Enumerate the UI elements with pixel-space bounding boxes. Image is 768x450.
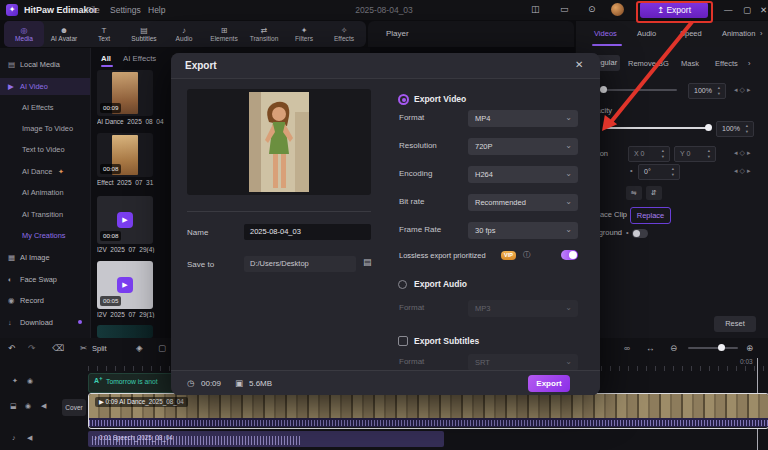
lossless-toggle[interactable] <box>561 250 578 260</box>
subtabs-more-chevron-icon[interactable]: › <box>748 59 751 68</box>
keyframe-next-icon[interactable]: ▸ <box>747 167 753 174</box>
audio-track-mute-icon[interactable]: ◀ <box>27 434 32 442</box>
video-track-visibility-icon[interactable]: ◉ <box>25 402 31 410</box>
save-to-input[interactable]: D:/Users/Desktop <box>244 256 356 272</box>
sidebar-item-my-creations[interactable]: My Creations <box>0 227 90 244</box>
cover-button[interactable]: Cover <box>62 399 86 416</box>
stepper-icons[interactable]: ▴▾ <box>706 148 712 160</box>
split-label[interactable]: Split <box>92 344 107 353</box>
flip-horizontal-button[interactable]: ⇋ <box>626 186 642 200</box>
stepper-icons[interactable]: ▴▾ <box>670 166 676 178</box>
stepper-icons[interactable]: ▴▾ <box>716 85 722 97</box>
sidebar-item-ai-dance[interactable]: AI Dance ✦ <box>0 163 90 180</box>
sidebar-item-ai-transition[interactable]: AI Transition <box>0 206 90 223</box>
scale-slider-knob[interactable] <box>600 86 607 93</box>
media-item-thumbnail[interactable]: 00:09 <box>97 70 153 116</box>
resolution-dropdown[interactable]: 720P⌄ <box>468 138 578 155</box>
timeline-zoom-knob[interactable] <box>718 344 725 351</box>
menu-help[interactable]: Help <box>148 5 165 15</box>
rotate-keyframe-controls[interactable]: ◂◇▸ <box>734 167 752 175</box>
info-icon[interactable]: ⓘ <box>523 250 531 260</box>
close-button[interactable]: ✕ <box>760 5 767 15</box>
sidebar-item-text-to-video[interactable]: Text to Video <box>0 141 90 158</box>
audio-clip[interactable]: ♪ 0:01 Speech_2025_08_04 <box>88 431 444 447</box>
tab-ai-avatar[interactable]: ☻ AI Avatar <box>44 21 84 47</box>
export-subtitles-checkbox[interactable] <box>398 336 408 346</box>
format-dropdown[interactable]: MP4⌄ <box>468 110 578 127</box>
stepper-icons[interactable]: ▴▾ <box>744 123 750 135</box>
tab-animation[interactable]: Animation <box>722 29 755 38</box>
media-item-thumbnail-partial[interactable] <box>97 325 153 338</box>
background-toggle[interactable] <box>632 229 648 238</box>
tab-effects[interactable]: ✧ Effects <box>324 21 364 47</box>
flip-vertical-button[interactable]: ⇵ <box>646 186 662 200</box>
export-audio-radio[interactable] <box>398 280 407 289</box>
menu-file[interactable]: File <box>86 5 100 15</box>
sidebar-item-record[interactable]: ◉ Record <box>0 292 90 309</box>
dialog-close-icon[interactable]: ✕ <box>575 59 583 70</box>
opacity-value-box[interactable]: 100% ▴▾ <box>716 121 754 137</box>
scale-keyframe-controls[interactable]: ◂◇▸ <box>734 86 752 94</box>
layout-icon[interactable]: ◫ <box>531 4 540 14</box>
zoom-in-icon[interactable]: ⊕ <box>746 343 753 353</box>
frame-icon[interactable]: ▢ <box>158 343 166 353</box>
audio-track-icon[interactable]: ♪ <box>12 434 16 441</box>
subtab-mask[interactable]: Mask <box>681 59 699 68</box>
redo-icon[interactable]: ↷ <box>28 343 35 353</box>
opacity-slider-knob[interactable] <box>705 124 712 131</box>
position-y-box[interactable]: Y 0 ▴▾ <box>674 146 716 162</box>
rotate-value-box[interactable]: 0° ▴▾ <box>638 164 680 180</box>
minimize-button[interactable]: — <box>724 5 733 15</box>
media-item-thumbnail[interactable]: 00:08 <box>97 133 153 177</box>
scale-value-box[interactable]: 100% ▴▾ <box>688 83 726 99</box>
tab-videos[interactable]: Videos <box>594 29 617 38</box>
keyframe-next-icon[interactable]: ▸ <box>747 86 753 93</box>
split-scissors-icon[interactable]: ✂ <box>80 343 87 353</box>
feedback-icon[interactable]: ▭ <box>560 4 569 14</box>
keyframe-diamond-icon[interactable]: ◇ <box>740 149 747 156</box>
stepper-icons[interactable]: ▴▾ <box>660 148 666 160</box>
video-clip[interactable]: ▶ 0:09 AI Dance_2025_08_04 <box>88 393 768 429</box>
sidebar-item-ai-video[interactable]: ▶ AI Video <box>0 78 90 95</box>
link-clips-icon[interactable]: ∞ <box>624 343 630 353</box>
bitrate-dropdown[interactable]: Recommended⌄ <box>468 194 578 211</box>
video-track-mute-icon[interactable]: ◀ <box>41 402 46 410</box>
user-avatar[interactable] <box>611 3 624 16</box>
tab-transition[interactable]: ⇄ Transition <box>244 21 284 47</box>
tab-audio-props[interactable]: Audio <box>637 29 656 38</box>
tab-elements[interactable]: ⊞ Elements <box>204 21 244 47</box>
position-x-box[interactable]: X 0 ▴▾ <box>628 146 670 162</box>
timeline-zoom-slider[interactable] <box>688 347 738 349</box>
tab-text[interactable]: T Text <box>84 21 124 47</box>
text-track-effects-icon[interactable]: ✦ <box>12 377 18 385</box>
subtab-remove-bg[interactable]: Remove BG <box>628 59 669 68</box>
undo-icon[interactable]: ↶ <box>8 343 15 353</box>
subtab-effects[interactable]: Effects <box>715 59 738 68</box>
fit-timeline-icon[interactable]: ↔ <box>646 343 655 353</box>
keyframe-next-icon[interactable]: ▸ <box>747 149 753 156</box>
zoom-out-icon[interactable]: ⊖ <box>670 343 677 353</box>
maximize-button[interactable]: ▢ <box>743 5 751 15</box>
sidebar-item-ai-image[interactable]: ▦ AI Image <box>0 249 90 266</box>
sidebar-item-face-swap[interactable]: ◐ Face Swap <box>0 271 90 288</box>
encoding-dropdown[interactable]: H264⌄ <box>468 166 578 183</box>
menu-settings[interactable]: Settings <box>110 5 141 15</box>
media-tab-all[interactable]: All <box>101 54 111 63</box>
sidebar-item-local-media[interactable]: ▤ Local Media <box>0 56 90 73</box>
sidebar-item-image-to-video[interactable]: Image To Video <box>0 120 90 137</box>
reset-button[interactable]: Reset <box>714 316 756 332</box>
browse-folder-icon[interactable]: ▤ <box>363 257 372 267</box>
replace-button[interactable]: Replace <box>630 207 671 224</box>
export-video-radio[interactable] <box>398 94 409 105</box>
sidebar-item-ai-animation[interactable]: AI Animation <box>0 184 90 201</box>
tab-filters[interactable]: ✦ Filters <box>284 21 324 47</box>
download-icon[interactable]: ⊙ <box>588 4 596 14</box>
opacity-slider[interactable] <box>603 127 711 129</box>
sidebar-item-ai-effects[interactable]: AI Effects <box>0 99 90 116</box>
position-keyframe-controls[interactable]: ◂◇▸ <box>734 149 752 157</box>
shield-icon[interactable]: ◈ <box>136 343 143 353</box>
delete-icon[interactable]: ⌫ <box>52 343 64 353</box>
sidebar-item-download[interactable]: ↓ Download <box>0 314 90 331</box>
tab-media[interactable]: ◎ Media <box>4 21 44 47</box>
export-confirm-button[interactable]: Export <box>528 375 570 392</box>
